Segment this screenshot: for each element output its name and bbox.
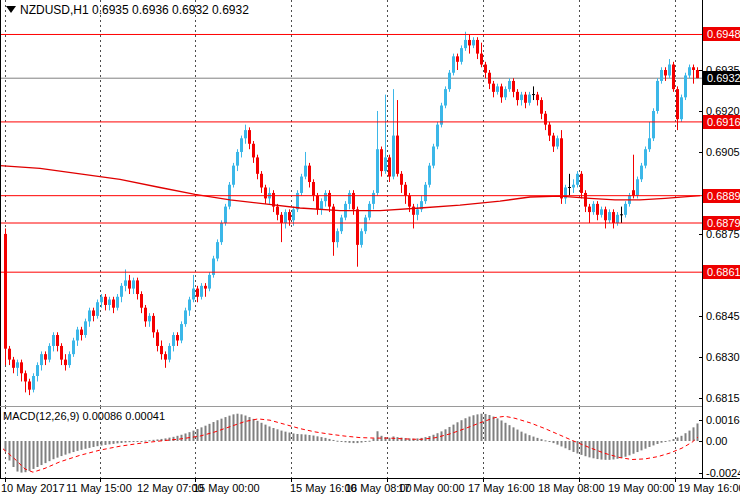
candle-body xyxy=(624,204,627,215)
candlestick-chart[interactable] xyxy=(0,0,740,406)
candle-body xyxy=(668,65,671,76)
macd-histogram-bar xyxy=(565,441,567,448)
macd-tick-mark xyxy=(699,473,703,474)
candle-body xyxy=(576,174,579,185)
price-tick-label: 0.6875 xyxy=(706,228,740,240)
chart-title: NZDUSD,H1 0.6935 0.6936 0.6932 0.6932 xyxy=(20,3,249,17)
candle-body xyxy=(500,86,503,97)
candle-body xyxy=(632,190,635,195)
candle-body xyxy=(260,174,263,188)
candle-body xyxy=(232,166,235,185)
candle-body xyxy=(80,330,83,335)
candle-body xyxy=(332,207,335,243)
price-tick-mark xyxy=(699,152,703,153)
macd-histogram-bar xyxy=(509,425,511,441)
candle-body xyxy=(484,65,487,73)
candle-body xyxy=(312,182,315,196)
candle-body xyxy=(396,136,399,174)
candle-body xyxy=(448,73,451,89)
candle-body xyxy=(692,67,695,70)
macd-histogram-bar xyxy=(21,441,23,473)
macd-histogram-bar xyxy=(581,441,583,455)
macd-histogram-bar xyxy=(145,441,147,442)
candle-body xyxy=(596,204,599,215)
macd-histogram-bar xyxy=(633,441,635,454)
macd-histogram-bar xyxy=(181,435,183,441)
candle-body xyxy=(96,302,99,316)
candle-body xyxy=(12,360,15,368)
candle-body xyxy=(572,185,575,188)
macd-histogram-bar xyxy=(525,433,527,441)
candle-body xyxy=(284,212,287,223)
macd-histogram-bar xyxy=(573,441,575,452)
candle-body xyxy=(256,157,259,173)
macd-histogram-bar xyxy=(569,441,571,450)
candle-body xyxy=(252,144,255,158)
macd-histogram-bar xyxy=(501,420,503,441)
candle-body xyxy=(264,187,267,198)
candle-body xyxy=(584,193,587,207)
candle-body xyxy=(16,362,19,367)
candle-body xyxy=(92,310,95,315)
candle-body xyxy=(248,130,251,144)
macd-histogram-bar xyxy=(105,441,107,445)
candle-body xyxy=(336,231,339,242)
candle-body xyxy=(116,297,119,308)
macd-histogram-bar xyxy=(49,441,51,461)
price-tick-mark xyxy=(699,111,703,112)
macd-histogram-bar xyxy=(325,438,327,441)
macd-histogram-bar xyxy=(465,418,467,441)
candle-body xyxy=(488,73,491,84)
candle-body xyxy=(224,207,227,223)
time-tick-label: 18 May 08:00 xyxy=(538,482,605,494)
candle-body xyxy=(556,138,559,146)
candle-body xyxy=(128,280,131,288)
macd-histogram-bar xyxy=(673,439,675,441)
macd-histogram-bar xyxy=(37,441,39,467)
candle-body xyxy=(304,166,307,177)
macd-histogram-bar xyxy=(645,441,647,449)
candle-body xyxy=(316,196,319,210)
time-tick-label: 15 May 00:00 xyxy=(193,482,260,494)
macd-histogram-bar xyxy=(561,441,563,446)
candle-body xyxy=(428,166,431,185)
candle-body xyxy=(616,215,619,223)
time-tick-label: 11 May 15:00 xyxy=(66,482,132,494)
price-tick-mark xyxy=(699,357,703,358)
candle-body xyxy=(84,321,87,335)
candle-body xyxy=(104,297,107,305)
macd-histogram-bar xyxy=(369,441,371,442)
price-tick-label: 0.6845 xyxy=(706,310,740,322)
macd-histogram-bar xyxy=(637,441,639,452)
macd-histogram-bar xyxy=(129,441,131,442)
macd-histogram-bar xyxy=(209,424,211,441)
candle-body xyxy=(652,111,655,138)
candle-body xyxy=(48,346,51,360)
candle-body xyxy=(696,70,699,78)
candle-body xyxy=(180,324,183,340)
candle-body xyxy=(552,136,555,147)
pane-separator[interactable] xyxy=(0,406,703,407)
candle-body xyxy=(148,316,151,321)
price-badge: 0.6889 xyxy=(703,189,740,203)
candle-body xyxy=(76,330,79,341)
macd-histogram-bar xyxy=(353,441,355,443)
macd-histogram-bar xyxy=(193,431,195,441)
trading-chart-window: NZDUSD,H1 0.6935 0.6936 0.6932 0.6932 MA… xyxy=(0,0,740,500)
candle-body xyxy=(100,297,103,302)
macd-histogram-bar xyxy=(45,441,47,463)
macd-histogram-bar xyxy=(205,426,207,441)
candle-body xyxy=(636,179,639,195)
macd-histogram-bar xyxy=(257,421,259,441)
candle-body xyxy=(112,300,115,308)
macd-histogram-bar xyxy=(293,433,295,441)
chart-shift-marker-icon[interactable] xyxy=(6,6,16,13)
macd-histogram-bar xyxy=(641,441,643,450)
macd-histogram-bar xyxy=(469,417,471,441)
macd-histogram-bar xyxy=(25,441,27,472)
candle-body xyxy=(432,147,435,166)
macd-histogram-bar xyxy=(77,441,79,451)
candle-body xyxy=(492,84,495,92)
time-tick-label: 17 May 16:00 xyxy=(468,482,535,494)
candle-body xyxy=(236,152,239,166)
